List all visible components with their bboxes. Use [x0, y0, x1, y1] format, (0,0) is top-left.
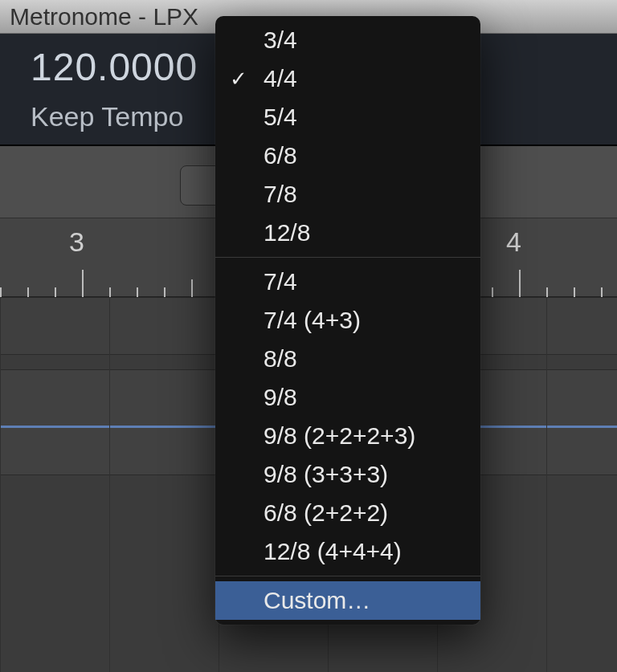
- menu-item[interactable]: 3/4: [215, 21, 480, 59]
- menu-item-label: 6/8: [264, 142, 297, 169]
- menu-item-label: 3/4: [264, 26, 297, 53]
- menu-separator: [215, 257, 480, 258]
- menu-item[interactable]: 9/8 (3+3+3): [215, 455, 480, 494]
- menu-item[interactable]: 6/8 (2+2+2): [215, 494, 480, 532]
- menu-item[interactable]: 8/8: [215, 340, 480, 378]
- menu-item[interactable]: 6/8: [215, 136, 480, 175]
- menu-item[interactable]: ✓4/4: [215, 59, 480, 98]
- menu-item-label: 9/8: [264, 384, 297, 410]
- menu-item[interactable]: 7/4 (4+3): [215, 301, 480, 340]
- tempo-mode-label[interactable]: Keep Tempo: [31, 101, 183, 132]
- menu-item-label: 7/4: [264, 268, 297, 295]
- menu-item[interactable]: 9/8 (2+2+2+3): [215, 417, 480, 455]
- menu-item[interactable]: 5/4: [215, 98, 480, 136]
- bar-number: 3: [69, 226, 84, 258]
- menu-item-label: 8/8: [264, 345, 297, 372]
- menu-item-label: 9/8 (2+2+2+3): [264, 422, 415, 449]
- window-title: Metronome - LPX: [10, 3, 198, 31]
- menu-item-label: Custom…: [264, 587, 370, 613]
- menu-item-label: 12/8: [264, 219, 310, 246]
- menu-item[interactable]: 9/8: [215, 378, 480, 417]
- menu-separator: [215, 576, 480, 576]
- tempo-value[interactable]: 120.0000: [31, 45, 198, 89]
- menu-item-label: 5/4: [264, 104, 297, 130]
- menu-item[interactable]: 12/8 (4+4+4): [215, 532, 480, 571]
- menu-item-label: 6/8 (2+2+2): [264, 499, 388, 526]
- menu-item-label: 4/4: [264, 65, 297, 92]
- menu-item-label: 12/8 (4+4+4): [264, 538, 402, 564]
- menu-item[interactable]: 7/4: [215, 263, 480, 301]
- menu-item[interactable]: 7/8: [215, 175, 480, 214]
- menu-item-label: 7/4 (4+3): [264, 307, 361, 333]
- menu-item-label: 9/8 (3+3+3): [264, 461, 388, 487]
- menu-item[interactable]: 12/8: [215, 214, 480, 252]
- menu-item-label: 7/8: [264, 181, 297, 207]
- app-window: Metronome - LPX 120.0000 Keep Tempo 34 3…: [0, 0, 617, 672]
- bar-number: 4: [506, 226, 521, 258]
- menu-item[interactable]: Custom…: [215, 581, 480, 620]
- check-icon: ✓: [230, 59, 247, 98]
- time-signature-menu[interactable]: 3/4✓4/45/46/87/812/87/47/4 (4+3)8/89/89/…: [215, 16, 480, 625]
